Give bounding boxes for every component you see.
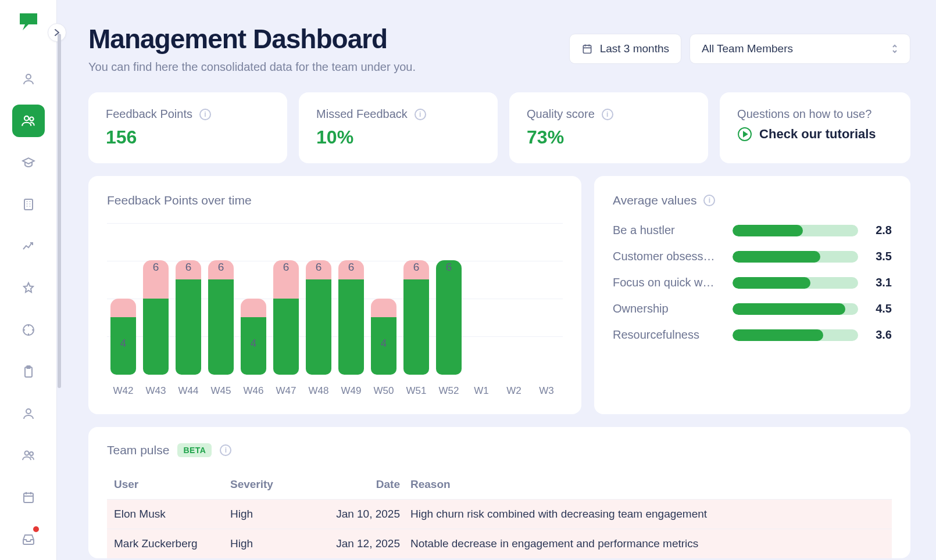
average-row: Ownership4.5: [613, 302, 892, 315]
col-date: Date: [323, 478, 410, 491]
bar-column: 6: [338, 260, 364, 375]
x-axis-label: W52: [436, 385, 462, 397]
info-icon[interactable]: i: [220, 444, 231, 456]
main-content: Management Dashboard You can find here t…: [57, 0, 936, 560]
nav-calendar[interactable]: [12, 481, 45, 514]
x-axis-label: W46: [241, 385, 266, 397]
scrollbar[interactable]: [57, 0, 62, 560]
x-axis-label: W48: [306, 385, 331, 397]
sidebar: [0, 0, 57, 560]
nav-person[interactable]: [12, 63, 45, 95]
nav-user[interactable]: [12, 397, 45, 430]
table-header-row: User Severity Date Reason: [107, 470, 892, 499]
average-label: Focus on quick w…: [613, 276, 721, 289]
bar-chart: 46664666466: [107, 224, 563, 375]
info-icon[interactable]: i: [415, 109, 426, 120]
nav-group[interactable]: [12, 439, 45, 472]
app-logo: [17, 10, 40, 34]
average-value: 3.6: [870, 328, 892, 342]
nav-clipboard[interactable]: [12, 356, 45, 388]
feedback-chart-card: Feedback Points over time 46664666466 W4…: [88, 176, 581, 414]
bar-column: 6: [273, 260, 299, 375]
average-row: Be a hustler2.8: [613, 224, 892, 237]
kpi-value: 156: [106, 127, 270, 148]
col-severity: Severity: [230, 478, 323, 491]
average-value: 3.1: [870, 276, 892, 289]
tutorials-link[interactable]: Check our tutorials: [737, 127, 893, 142]
bar-column: 6: [436, 260, 462, 375]
svg-point-7: [26, 409, 31, 414]
x-axis-label: W44: [176, 385, 201, 397]
average-values-list: Be a hustler2.8Customer obsess…3.5Focus …: [613, 224, 892, 342]
x-axis-label: W42: [110, 385, 136, 397]
kpi-missed-feedback: Missed Feedback i 10%: [299, 92, 498, 163]
chart-title: Feedback Points over time: [107, 193, 563, 207]
nav-trend[interactable]: [12, 230, 45, 263]
team-selector[interactable]: All Team Members: [690, 34, 910, 64]
table-row[interactable]: Elon MuskHighJan 10, 2025High churn risk…: [107, 499, 892, 529]
svg-point-9: [30, 452, 33, 455]
tutorials-link-label: Check our tutorials: [759, 127, 876, 142]
page-subtitle: You can find here the consolidated data …: [88, 60, 416, 74]
bar-column: 4: [241, 299, 266, 375]
nav-star[interactable]: [12, 272, 45, 304]
bar-value-label: 4: [381, 337, 387, 350]
calendar-icon: [581, 43, 593, 55]
header-controls: Last 3 months All Team Members: [569, 34, 910, 64]
sidebar-nav: [0, 63, 56, 560]
average-value: 3.5: [870, 250, 892, 263]
x-axis-labels: W42W43W44W45W46W47W48W49W50W51W52W1W2W3: [107, 385, 563, 397]
bar-column: 6: [143, 260, 169, 375]
team-pulse-card: Team pulse BETA i User Severity Date Rea…: [88, 427, 910, 558]
average-row: Resourcefulness3.6: [613, 328, 892, 342]
tutorials-question: Questions on how to use?: [737, 107, 893, 121]
average-row: Customer obsess…3.5: [613, 250, 892, 263]
play-icon: [737, 127, 752, 142]
nav-academy[interactable]: [12, 146, 45, 179]
cell-date: Jan 12, 2025: [323, 537, 410, 550]
averages-title: Average values: [613, 193, 696, 207]
kpi-label: Missed Feedback: [316, 107, 408, 121]
nav-building[interactable]: [12, 188, 45, 221]
nav-team[interactable]: [12, 105, 45, 137]
svg-point-8: [24, 451, 28, 455]
info-icon[interactable]: i: [602, 109, 613, 120]
info-icon[interactable]: i: [199, 109, 211, 120]
beta-badge: BETA: [177, 443, 212, 457]
x-axis-label: W45: [208, 385, 234, 397]
kpi-label: Quality score: [527, 107, 595, 121]
charts-row: Feedback Points over time 46664666466 W4…: [88, 176, 910, 414]
bar-column: 6: [176, 260, 201, 375]
table-row[interactable]: Mark ZuckerbergHighJan 12, 2025Notable d…: [107, 529, 892, 558]
tutorials-card: Questions on how to use? Check our tutor…: [720, 92, 910, 163]
cell-severity: High: [230, 537, 323, 550]
average-bar: [733, 329, 858, 341]
pulse-title: Team pulse: [107, 443, 169, 457]
x-axis-label: W51: [403, 385, 429, 397]
nav-target[interactable]: [12, 314, 45, 346]
notification-dot: [33, 526, 39, 532]
team-selector-label: All Team Members: [702, 42, 793, 55]
date-range-label: Last 3 months: [600, 42, 669, 55]
bar-value-label: 4: [251, 337, 257, 350]
info-icon[interactable]: i: [703, 195, 715, 206]
svg-point-2: [30, 117, 33, 121]
bar-column: 6: [208, 260, 234, 375]
svg-rect-14: [583, 45, 591, 53]
kpi-feedback-points: Feedback Points i 156: [88, 92, 287, 163]
page-title: Management Dashboard: [88, 23, 416, 55]
nav-inbox[interactable]: [12, 523, 45, 555]
average-label: Customer obsess…: [613, 250, 721, 263]
bar-column: 6: [306, 260, 331, 375]
svg-point-1: [24, 116, 28, 121]
x-axis-label: W47: [273, 385, 299, 397]
bar-value-label: 6: [446, 261, 452, 274]
cell-severity: High: [230, 508, 323, 520]
cell-reason: Notable decrease in engagement and perfo…: [410, 537, 885, 550]
svg-rect-10: [24, 493, 33, 502]
date-range-selector[interactable]: Last 3 months: [569, 34, 681, 64]
bar-column: 6: [403, 260, 429, 375]
bar-column: 4: [371, 299, 396, 375]
average-value: 4.5: [870, 302, 892, 315]
average-bar: [733, 277, 858, 289]
